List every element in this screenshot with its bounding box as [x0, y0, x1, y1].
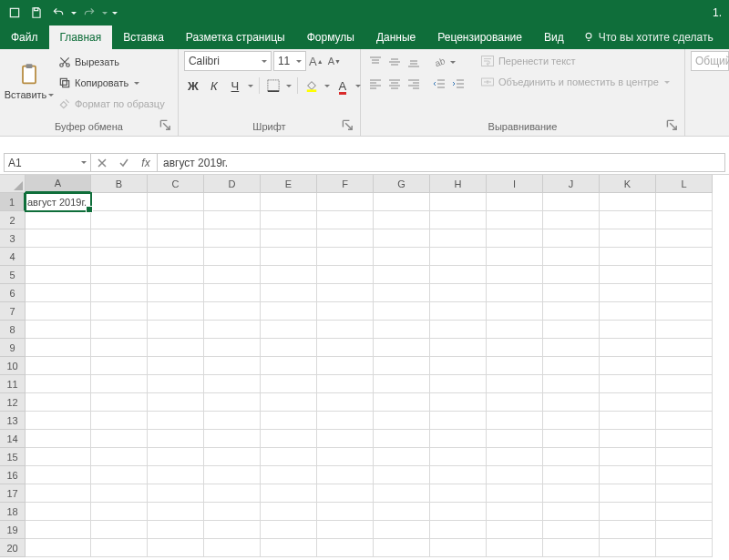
cell-L20[interactable] [656, 539, 713, 557]
cell-C17[interactable] [148, 484, 204, 503]
dialog-launcher-icon[interactable] [666, 119, 679, 132]
cell-A2[interactable] [26, 211, 91, 229]
cell-A8[interactable] [26, 321, 91, 339]
cell-L7[interactable] [656, 302, 713, 321]
cell-H8[interactable] [430, 321, 487, 339]
cancel-button[interactable] [91, 158, 113, 168]
cell-C7[interactable] [148, 302, 204, 321]
increase-indent-button[interactable] [449, 75, 467, 93]
cell-K5[interactable] [600, 266, 656, 284]
cell-L18[interactable] [656, 503, 713, 521]
copy-button[interactable]: Копировать [58, 74, 165, 92]
cell-B19[interactable] [91, 521, 148, 539]
tab-review[interactable]: Рецензирование [426, 25, 533, 49]
cell-C14[interactable] [148, 430, 204, 448]
cell-L2[interactable] [656, 211, 713, 229]
cell-E10[interactable] [261, 357, 317, 375]
tab-data[interactable]: Данные [365, 25, 426, 49]
col-header-K[interactable]: K [600, 175, 656, 193]
cell-F18[interactable] [317, 503, 374, 521]
cell-B6[interactable] [91, 284, 148, 302]
align-bottom-button[interactable] [405, 53, 423, 71]
cell-I6[interactable] [487, 284, 543, 302]
cell-B7[interactable] [91, 302, 148, 321]
cell-K7[interactable] [600, 302, 656, 321]
cell-D19[interactable] [204, 521, 261, 539]
cell-L8[interactable] [656, 321, 713, 339]
cell-F11[interactable] [317, 375, 374, 393]
cell-E4[interactable] [261, 248, 317, 266]
cell-A6[interactable] [26, 284, 91, 302]
cell-I7[interactable] [487, 302, 543, 321]
font-name-combo[interactable]: Calibri [184, 51, 272, 71]
cell-J13[interactable] [543, 412, 600, 430]
tab-home[interactable]: Главная [49, 25, 113, 49]
row-header-14[interactable]: 14 [0, 430, 26, 448]
cell-G16[interactable] [374, 466, 430, 484]
tab-formulas[interactable]: Формулы [296, 25, 365, 49]
cell-L1[interactable] [656, 193, 713, 211]
cell-G10[interactable] [374, 357, 430, 375]
col-header-J[interactable]: J [543, 175, 600, 193]
tab-page-layout[interactable]: Разметка страницы [175, 25, 296, 49]
formula-input[interactable]: август 2019г. [158, 153, 725, 172]
row-header-2[interactable]: 2 [0, 211, 26, 229]
cell-H6[interactable] [430, 284, 487, 302]
cell-B20[interactable] [91, 539, 148, 557]
cell-E13[interactable] [261, 412, 317, 430]
redo-icon[interactable] [78, 2, 100, 24]
cell-K14[interactable] [600, 430, 656, 448]
cell-H17[interactable] [430, 484, 487, 503]
cell-E1[interactable] [261, 193, 317, 211]
underline-dropdown[interactable] [247, 82, 254, 90]
cell-A10[interactable] [26, 357, 91, 375]
cell-L17[interactable] [656, 484, 713, 503]
cell-J11[interactable] [543, 375, 600, 393]
cell-C18[interactable] [148, 503, 204, 521]
cell-A4[interactable] [26, 248, 91, 266]
cell-A18[interactable] [26, 503, 91, 521]
cell-B15[interactable] [91, 448, 148, 466]
cell-L3[interactable] [656, 229, 713, 248]
row-header-20[interactable]: 20 [0, 539, 26, 557]
cell-J16[interactable] [543, 466, 600, 484]
cell-K15[interactable] [600, 448, 656, 466]
number-format-combo[interactable]: Общий [691, 51, 729, 71]
cell-F13[interactable] [317, 412, 374, 430]
cell-H11[interactable] [430, 375, 487, 393]
cell-F19[interactable] [317, 521, 374, 539]
cell-G6[interactable] [374, 284, 430, 302]
cell-D18[interactable] [204, 503, 261, 521]
cell-G4[interactable] [374, 248, 430, 266]
align-left-button[interactable] [366, 75, 385, 93]
cell-D10[interactable] [204, 357, 261, 375]
cell-A1[interactable]: август 2019г. [26, 193, 91, 211]
cell-E15[interactable] [261, 448, 317, 466]
cell-L4[interactable] [656, 248, 713, 266]
row-header-9[interactable]: 9 [0, 339, 26, 357]
row-header-7[interactable]: 7 [0, 302, 26, 321]
cell-C1[interactable] [148, 193, 204, 211]
cell-H1[interactable] [430, 193, 487, 211]
cell-J3[interactable] [543, 229, 600, 248]
cell-K19[interactable] [600, 521, 656, 539]
cell-J9[interactable] [543, 339, 600, 357]
cell-G20[interactable] [374, 539, 430, 557]
cell-I8[interactable] [487, 321, 543, 339]
cell-D6[interactable] [204, 284, 261, 302]
cell-C19[interactable] [148, 521, 204, 539]
cell-E7[interactable] [261, 302, 317, 321]
cell-E12[interactable] [261, 393, 317, 412]
cell-I13[interactable] [487, 412, 543, 430]
cell-I11[interactable] [487, 375, 543, 393]
col-header-H[interactable]: H [430, 175, 487, 193]
cell-F12[interactable] [317, 393, 374, 412]
cell-C9[interactable] [148, 339, 204, 357]
cell-K8[interactable] [600, 321, 656, 339]
cell-C16[interactable] [148, 466, 204, 484]
cell-B16[interactable] [91, 466, 148, 484]
cell-K2[interactable] [600, 211, 656, 229]
cell-H4[interactable] [430, 248, 487, 266]
cell-G5[interactable] [374, 266, 430, 284]
bold-button[interactable]: Ж [184, 76, 202, 95]
